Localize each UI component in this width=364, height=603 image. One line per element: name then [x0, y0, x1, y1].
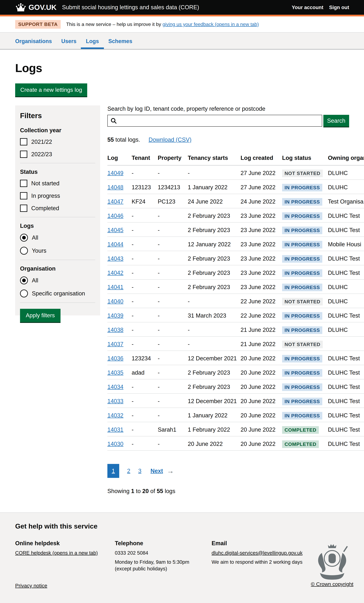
radio-yours[interactable]	[20, 247, 28, 255]
log-id-link[interactable]: 14043	[107, 255, 123, 262]
search-row: Search	[107, 115, 364, 127]
filter-option-all: All	[20, 234, 95, 242]
log-id-link[interactable]: 14047	[107, 198, 123, 205]
log-id-link[interactable]: 14037	[107, 341, 123, 347]
status-badge: IN PROGRESS	[282, 369, 322, 377]
log-id-link[interactable]: 14031	[107, 427, 123, 433]
cell-owning-organisation: DLUHC Test	[328, 412, 364, 419]
radio-specific-organisation[interactable]	[20, 290, 28, 297]
nav-link-schemes[interactable]: Schemes	[108, 38, 132, 49]
feedback-link[interactable]: giving us your feedback (opens in a new …	[163, 22, 259, 27]
log-id-link[interactable]: 14038	[107, 327, 123, 333]
table-body: 14049---27 June 2022NOT STARTEDDLUHC1404…	[107, 165, 364, 451]
pagination-page-3[interactable]: 3	[138, 468, 141, 474]
log-id-link[interactable]: 14034	[107, 384, 123, 390]
log-id-link[interactable]: 14033	[107, 398, 123, 404]
log-id-link[interactable]: 14039	[107, 313, 123, 319]
cell-owning-organisation: DLUHC Test	[328, 355, 364, 362]
cell-owning-organisation: DLUHC Test	[328, 269, 364, 276]
pagination-current-page[interactable]: 1	[107, 464, 119, 478]
crown-copyright-link[interactable]: © Crown copyright	[311, 581, 353, 587]
checkbox-in-progress[interactable]	[20, 192, 27, 199]
cell-log-created: 21 June 2022	[241, 341, 282, 348]
log-id-link[interactable]: 14048	[107, 184, 123, 190]
sign-out-link[interactable]: Sign out	[329, 5, 349, 10]
showing-text: of	[149, 488, 157, 494]
checkbox-2022-23[interactable]	[20, 151, 27, 158]
radio-all[interactable]	[20, 234, 28, 242]
table-row: 14043--2 February 202323 June 2022IN PRO…	[107, 251, 364, 265]
cell-log-id: 14034	[107, 383, 132, 390]
email-link[interactable]: dluhc.digital-services@levellingup.gov.u…	[211, 550, 303, 556]
status-badge: IN PROGRESS	[282, 326, 322, 334]
create-lettings-log-button[interactable]: Create a new lettings log	[15, 83, 87, 96]
beta-text-static: This is a new service – help us improve …	[66, 22, 163, 27]
apply-filters-button[interactable]: Apply filters	[20, 309, 60, 322]
log-id-link[interactable]: 14035	[107, 370, 123, 376]
cell-log-id: 14043	[107, 255, 132, 262]
filter-option-label: Specific organisation	[32, 290, 85, 297]
cell-tenant: -	[132, 170, 158, 176]
search-input[interactable]	[118, 115, 320, 126]
cell-log-created: 20 June 2022	[241, 383, 282, 390]
service-name[interactable]: Submit social housing lettings and sales…	[62, 4, 199, 11]
pagination-page-2[interactable]: 2	[127, 468, 130, 474]
cell-property: -	[158, 241, 188, 248]
pagination-next-arrow-icon[interactable]: →	[167, 467, 174, 475]
filter-option-label: Not started	[31, 180, 59, 187]
govuk-logotype[interactable]: GOV.UK	[28, 3, 57, 12]
cell-property: -	[158, 227, 188, 233]
log-id-link[interactable]: 14044	[107, 241, 123, 247]
checkbox-completed[interactable]	[20, 205, 27, 212]
cell-property: -	[158, 412, 188, 419]
nav-link-logs[interactable]: Logs	[81, 38, 104, 49]
cell-log-status: IN PROGRESS	[282, 412, 328, 419]
cell-property: 1234213	[158, 184, 188, 191]
log-id-link[interactable]: 14049	[107, 170, 123, 176]
log-id-link[interactable]: 14040	[107, 298, 123, 304]
table-header-row: LogTenantPropertyTenancy startsLog creat…	[107, 149, 364, 165]
total-count: 55	[107, 137, 114, 143]
cell-log-status: IN PROGRESS	[282, 198, 328, 206]
filter-option-label: 2021/22	[31, 139, 52, 145]
filter-group-label-collection-year: Collection year	[20, 127, 95, 134]
cell-tenant: 123123	[132, 184, 158, 191]
nav-link-organisations[interactable]: Organisations	[15, 38, 52, 49]
core-helpdesk-link[interactable]: CORE helpdesk (opens in a new tab)	[15, 550, 98, 556]
nav-link-users[interactable]: Users	[61, 38, 76, 49]
log-id-link[interactable]: 14032	[107, 412, 123, 418]
showing-summary: Showing 1 to 20 of 55 logs	[107, 488, 364, 494]
download-csv-link[interactable]: Download (CSV)	[149, 137, 192, 143]
cell-log-created: 20 June 2022	[241, 441, 282, 447]
your-account-link[interactable]: Your account	[292, 5, 323, 10]
primary-nav-list: OrganisationsUsersLogsSchemes	[0, 33, 364, 49]
log-id-link[interactable]: 14045	[107, 227, 123, 233]
log-id-link[interactable]: 14046	[107, 213, 123, 219]
cell-log-created: 27 June 2022	[241, 184, 282, 191]
filter-option-in-progress: In progress	[20, 192, 95, 199]
checkbox-2021-22[interactable]	[20, 138, 27, 145]
cell-log-id: 14046	[107, 212, 132, 219]
radio-all[interactable]	[20, 277, 28, 284]
checkbox-not-started[interactable]	[20, 180, 27, 187]
cell-tenancy-starts: -	[188, 341, 241, 348]
log-id-link[interactable]: 14041	[107, 284, 123, 290]
search-button[interactable]: Search	[323, 115, 349, 127]
filter-group-label-status: Status	[20, 169, 95, 175]
cell-tenant: -	[132, 298, 158, 305]
status-badge: IN PROGRESS	[282, 212, 322, 220]
pagination-next-link[interactable]: Next	[151, 468, 163, 474]
cell-tenancy-starts: -	[188, 298, 241, 305]
cell-log-created: 23 June 2022	[241, 227, 282, 233]
email-response-note: We aim to respond within 2 working days	[211, 559, 309, 565]
govuk-header: GOV.UK Submit social housing lettings an…	[0, 0, 364, 16]
log-id-link[interactable]: 14042	[107, 270, 123, 276]
log-id-link[interactable]: 14036	[107, 355, 123, 361]
cell-property: -	[158, 269, 188, 276]
privacy-notice-link[interactable]: Privacy notice	[15, 583, 47, 589]
status-badge: IN PROGRESS	[282, 241, 322, 248]
log-id-link[interactable]: 14030	[107, 441, 123, 447]
cell-property: -	[158, 298, 188, 305]
cell-tenant: -	[132, 326, 158, 333]
cell-tenancy-starts: 2 February 2023	[188, 383, 241, 390]
